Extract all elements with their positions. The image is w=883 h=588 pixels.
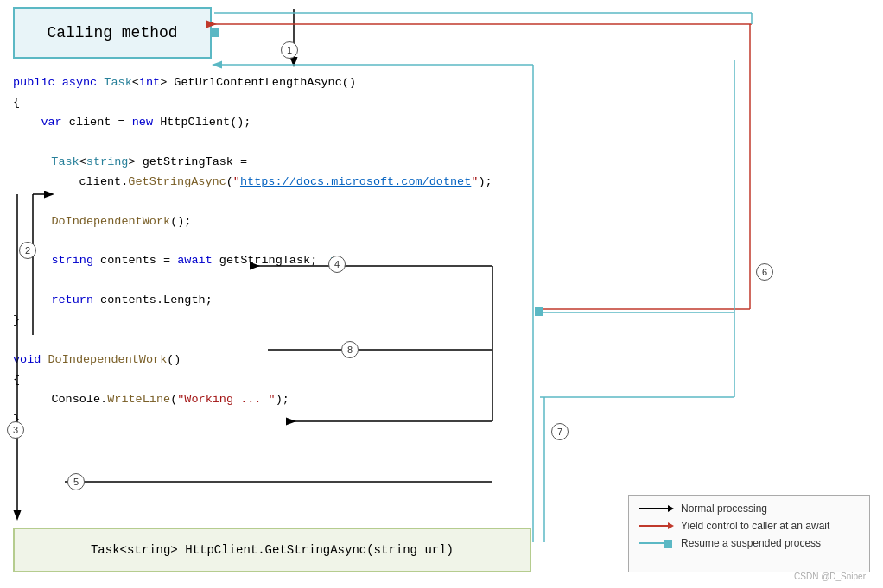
- watermark: CSDN @D_Sniper: [794, 572, 866, 581]
- circle-8: 8: [341, 341, 359, 358]
- code-line-blank2: [13, 193, 870, 212]
- legend-item-resume: Resume a suspended process: [639, 537, 859, 549]
- code-line-3: var client = new HttpClient();: [13, 113, 870, 133]
- code-line-10: string contents = await getStringTask;: [13, 251, 870, 271]
- svg-rect-31: [664, 540, 672, 548]
- legend-item-normal: Normal processing: [639, 503, 859, 515]
- legend-normal-label: Normal processing: [681, 503, 767, 515]
- circle-6: 6: [756, 263, 773, 281]
- code-line-blank3: [13, 232, 870, 252]
- code-line-blank1: [13, 133, 870, 153]
- legend-box: Normal processing Yield control to calle…: [628, 495, 870, 572]
- code-line-12: return contents.Length;: [13, 291, 870, 311]
- circle-7: 7: [551, 423, 569, 440]
- circle-5: 5: [67, 473, 85, 490]
- code-line-blank5: [13, 331, 870, 351]
- svg-marker-27: [668, 505, 674, 512]
- circle-2: 2: [19, 242, 36, 259]
- code-line-18: }: [13, 410, 870, 430]
- bottom-method-box: Task<string> HttpClient.GetStringAsync(s…: [13, 528, 531, 572]
- code-line-5: Task<string> getStringTask =: [13, 153, 870, 173]
- legend-yield-label: Yield control to caller at an await: [681, 520, 829, 532]
- code-line-blank4: [13, 271, 870, 291]
- code-line-16: {: [13, 370, 870, 390]
- code-line-6: client.GetStringAsync("https://docs.micr…: [13, 173, 870, 193]
- code-line-8: DoIndependentWork();: [13, 212, 870, 232]
- circle-3: 3: [7, 421, 24, 439]
- calling-method-label: Calling method: [47, 24, 177, 41]
- code-line-2: {: [13, 93, 870, 113]
- code-line-15: void DoIndependentWork(): [13, 351, 870, 370]
- legend-resume-icon: [639, 537, 674, 549]
- bottom-method-label: Task<string> HttpClient.GetStringAsync(s…: [91, 543, 454, 557]
- legend-normal-arrow-icon: [639, 503, 674, 515]
- code-line-13: }: [13, 311, 870, 331]
- circle-4: 4: [328, 256, 346, 273]
- code-line-1: public async Task<int> GetUrlContentLeng…: [13, 73, 870, 93]
- code-area: public async Task<int> GetUrlContentLeng…: [13, 73, 870, 430]
- code-line-17: Console.WriteLine("Working ... ");: [13, 390, 870, 410]
- circle-1: 1: [281, 41, 298, 59]
- legend-item-yield: Yield control to caller at an await: [639, 520, 859, 532]
- legend-resume-label: Resume a suspended process: [681, 537, 821, 549]
- svg-marker-29: [668, 522, 674, 529]
- legend-yield-arrow-icon: [639, 520, 674, 532]
- calling-method-box: Calling method: [13, 7, 212, 59]
